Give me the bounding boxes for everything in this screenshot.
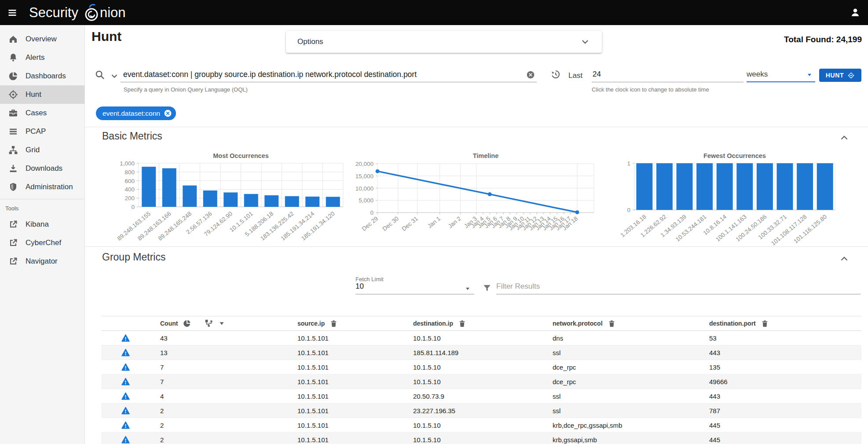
header-network-protocol-label[interactable]: network.protocol: [553, 320, 603, 327]
duration-input[interactable]: 24: [592, 67, 743, 82]
warning-icon[interactable]: [121, 421, 130, 430]
cell-destination-port[interactable]: 49666: [699, 378, 861, 385]
chevron-up-icon[interactable]: [839, 253, 850, 264]
caret-down-icon[interactable]: [218, 320, 225, 327]
svg-text:89.248.163.155: 89.248.163.155: [116, 210, 152, 242]
cell-source-ip[interactable]: 10.1.5.101: [287, 422, 403, 429]
pie-icon[interactable]: [183, 319, 191, 328]
cell-destination-ip[interactable]: 10.1.5.10: [403, 378, 542, 385]
sidebar-item-grid[interactable]: Grid: [0, 141, 84, 159]
warning-icon[interactable]: [121, 348, 130, 357]
duration-unit-select[interactable]: weeks: [747, 67, 815, 82]
trash-icon[interactable]: [458, 319, 466, 328]
sidebar-item-overview[interactable]: Overview: [0, 30, 84, 48]
trash-icon[interactable]: [761, 319, 769, 328]
cell-destination-ip[interactable]: 10.1.5.10: [403, 422, 542, 429]
cell-source-ip[interactable]: 10.1.5.101: [287, 349, 403, 356]
chevron-up-icon[interactable]: [839, 132, 850, 143]
header-count-label[interactable]: Count: [160, 320, 178, 327]
cell-destination-port[interactable]: 445: [699, 436, 861, 444]
cell-count[interactable]: 4: [150, 393, 287, 400]
cell-network-protocol[interactable]: krb,dce_rpc,gssapi,smb: [542, 422, 699, 429]
cell-network-protocol[interactable]: dce_rpc: [542, 363, 699, 371]
cell-destination-port[interactable]: 445: [699, 422, 861, 429]
cell-network-protocol[interactable]: dce_rpc: [542, 378, 699, 385]
cell-destination-ip[interactable]: 23.227.196.35: [403, 407, 542, 415]
cell-destination-ip[interactable]: 10.1.5.10: [403, 363, 542, 371]
table-row[interactable]: 410.1.5.10120.50.73.9ssl443: [101, 389, 861, 404]
table-row[interactable]: 4310.1.5.10110.1.5.10dns53: [101, 331, 861, 345]
cell-destination-ip[interactable]: 10.1.5.10: [403, 334, 542, 342]
svg-text:0: 0: [370, 209, 374, 216]
trash-icon[interactable]: [330, 319, 338, 328]
cell-count[interactable]: 2: [150, 436, 287, 444]
sidebar-item-pcap[interactable]: PCAP: [0, 122, 84, 141]
cell-source-ip[interactable]: 10.1.5.101: [287, 334, 403, 342]
cell-source-ip[interactable]: 10.1.5.101: [287, 436, 403, 444]
table-row[interactable]: 1310.1.5.101185.81.114.189ssl443: [101, 345, 861, 360]
table-row[interactable]: 710.1.5.10110.1.5.10dce_rpc135: [101, 360, 861, 374]
header-source-ip-label[interactable]: source.ip: [297, 320, 325, 327]
cell-network-protocol[interactable]: ssl: [542, 393, 699, 400]
fetch-limit-select[interactable]: 10: [355, 282, 474, 294]
table-row[interactable]: 210.1.5.10110.1.5.10krb,gssapi,smb445: [101, 433, 861, 444]
cell-network-protocol[interactable]: krb,gssapi,smb: [542, 436, 699, 444]
cell-count[interactable]: 2: [150, 407, 287, 415]
table-row[interactable]: 210.1.5.10110.1.5.10krb,dce_rpc,gssapi,s…: [101, 418, 861, 433]
cell-source-ip[interactable]: 10.1.5.101: [287, 378, 403, 385]
sidebar-item-hunt[interactable]: Hunt: [0, 85, 84, 104]
cell-destination-port[interactable]: 787: [699, 407, 861, 415]
history-clock-icon[interactable]: [550, 69, 561, 80]
options-panel-toggle[interactable]: Options: [286, 31, 602, 53]
fetch-limit-value: 10: [355, 282, 364, 290]
cell-count[interactable]: 7: [150, 378, 287, 385]
query-dropdown-icon[interactable]: [110, 72, 118, 80]
sidebar-item-dashboards[interactable]: Dashboards: [0, 67, 84, 85]
cell-destination-port[interactable]: 135: [699, 363, 861, 371]
hunt-button[interactable]: HUNT: [819, 69, 861, 82]
cell-source-ip[interactable]: 10.1.5.101: [287, 407, 403, 415]
cell-count[interactable]: 2: [150, 422, 287, 429]
warning-icon[interactable]: [121, 363, 130, 372]
cell-destination-port[interactable]: 443: [699, 393, 861, 400]
warning-icon[interactable]: [121, 377, 130, 386]
cell-destination-port[interactable]: 443: [699, 349, 861, 356]
sidebar-item-downloads[interactable]: Downloads: [0, 159, 84, 178]
cell-network-protocol[interactable]: ssl: [542, 349, 699, 356]
sidebar-item-kibana[interactable]: Kibana: [0, 215, 84, 234]
user-icon[interactable]: [850, 7, 861, 18]
chip-close-icon[interactable]: [164, 109, 172, 117]
cell-destination-ip[interactable]: 185.81.114.189: [403, 349, 542, 356]
warning-icon[interactable]: [121, 334, 130, 343]
query-clear-icon[interactable]: [526, 70, 535, 79]
cell-destination-ip[interactable]: 20.50.73.9: [403, 393, 542, 400]
cell-source-ip[interactable]: 10.1.5.101: [287, 363, 403, 371]
graph-icon[interactable]: [205, 319, 213, 328]
header-destination-ip-label[interactable]: destination.ip: [413, 320, 453, 327]
warning-icon[interactable]: [121, 392, 130, 401]
filter-chip[interactable]: event.dataset:conn: [96, 106, 176, 120]
cell-source-ip[interactable]: 10.1.5.101: [287, 393, 403, 400]
sidebar-item-cyberchef[interactable]: CyberChef: [0, 234, 84, 252]
cell-count[interactable]: 13: [150, 349, 287, 356]
warning-icon[interactable]: [121, 406, 130, 415]
cell-count[interactable]: 7: [150, 363, 287, 371]
sidebar-item-navigator[interactable]: Navigator: [0, 252, 84, 271]
sidebar-item-administration[interactable]: Administration: [0, 178, 84, 196]
cell-destination-port[interactable]: 53: [699, 334, 861, 342]
header-destination-port-label[interactable]: destination.port: [709, 320, 756, 327]
query-hint: Specify a query in Onion Query Language …: [124, 86, 248, 93]
cell-network-protocol[interactable]: dns: [542, 334, 699, 342]
sidebar-item-alerts[interactable]: Alerts: [0, 48, 84, 67]
cell-network-protocol[interactable]: ssl: [542, 407, 699, 415]
warning-icon[interactable]: [121, 435, 130, 444]
table-row[interactable]: 710.1.5.10110.1.5.10dce_rpc49666: [101, 374, 861, 389]
sidebar-item-cases[interactable]: Cases: [0, 104, 84, 122]
cell-destination-ip[interactable]: 10.1.5.10: [403, 436, 542, 444]
trash-icon[interactable]: [608, 319, 616, 328]
table-row[interactable]: 210.1.5.10123.227.196.35ssl787: [101, 404, 861, 418]
filter-results-input[interactable]: Filter Results: [496, 282, 861, 294]
menu-icon[interactable]: [7, 7, 18, 18]
cell-count[interactable]: 43: [150, 334, 287, 342]
query-input[interactable]: event.dataset:conn | groupby source.ip d…: [121, 67, 537, 82]
